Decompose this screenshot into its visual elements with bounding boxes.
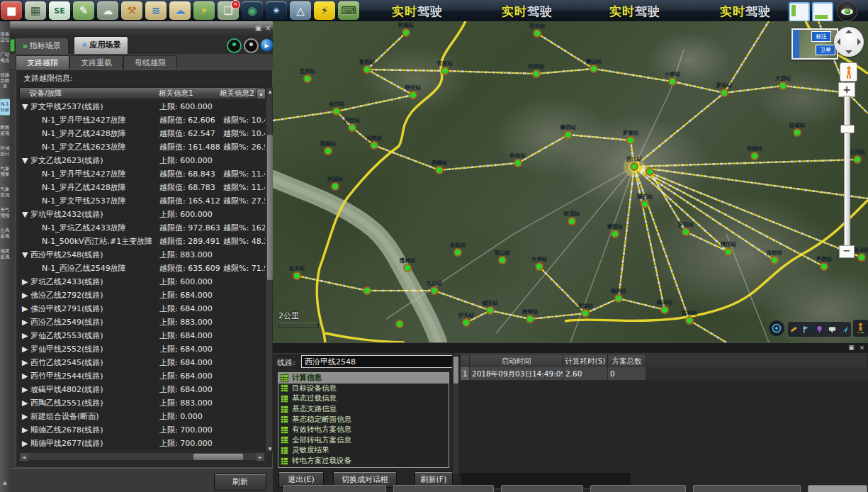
table-row[interactable]: N-1_500kV西江站.#1主变故障越限值: 289.491越限%: 48.2 — [19, 235, 265, 248]
subtab-branch-overload[interactable]: 支路重载 — [69, 55, 123, 70]
station-marker[interactable] — [858, 254, 865, 261]
station-marker[interactable] — [534, 30, 541, 37]
station-marker[interactable] — [725, 248, 732, 255]
station-marker[interactable] — [611, 230, 619, 237]
table-row[interactable]: ▼罗坑甲线2432(线路)上限: 600.000 — [19, 208, 265, 221]
record-gray-button[interactable] — [244, 38, 259, 53]
bottom-tab-5[interactable] — [693, 485, 801, 492]
station-marker[interactable] — [568, 218, 575, 225]
info-list-item[interactable]: 有效转电方案信息 — [278, 425, 449, 435]
bottom-tab-6[interactable] — [808, 485, 867, 492]
lightning-green-icon[interactable]: ⚡ — [193, 1, 215, 20]
sidebar-item-9[interactable]: 台风监视 — [0, 228, 10, 239]
station-marker[interactable] — [396, 320, 403, 328]
scroll-left-icon[interactable]: ◄ — [20, 453, 28, 461]
info-list-item[interactable]: 计算信息 — [278, 373, 449, 384]
map-person-legend-icon[interactable] — [853, 320, 868, 337]
station-marker[interactable] — [325, 147, 332, 155]
station-marker[interactable] — [463, 319, 470, 326]
zoom-out-button[interactable]: − — [839, 245, 855, 258]
station-marker[interactable] — [669, 78, 676, 85]
collapsed-icon[interactable]: ▶ — [22, 423, 28, 437]
bottom-tab-1[interactable] — [283, 485, 386, 492]
operator-icon[interactable]: ⌨ — [338, 1, 359, 20]
expanded-icon[interactable]: ▼ — [22, 154, 28, 167]
station-marker[interactable] — [661, 306, 668, 313]
sidebar-item-5[interactable]: 区域统计 — [0, 145, 10, 157]
pan-up-icon[interactable] — [845, 30, 852, 33]
map-view[interactable]: 和顺站里水站五村站夏西站官窑站松岗站狮山站小塘站罗村站大沥站黄岐站金沙站联安站丹… — [273, 21, 868, 342]
lightning-yellow-icon[interactable]: ⚡ — [314, 1, 335, 20]
horizontal-scrollbar[interactable]: ◄ ► — [19, 452, 265, 461]
station-marker[interactable] — [536, 263, 543, 270]
waves-icon[interactable]: ≋ — [145, 1, 167, 20]
station-marker[interactable] — [431, 287, 438, 294]
station-marker[interactable] — [404, 264, 411, 272]
pan-down-icon[interactable] — [845, 50, 852, 54]
station-marker[interactable] — [779, 82, 787, 89]
collapsed-icon[interactable]: ▶ — [22, 329, 28, 342]
bottom-tab-2[interactable] — [393, 485, 494, 492]
station-marker[interactable] — [363, 287, 371, 294]
expanded-icon[interactable]: ▼ — [22, 208, 28, 221]
station-marker[interactable] — [304, 75, 311, 82]
sidebar-item-3[interactable]: N-1分析 — [0, 99, 10, 116]
table-header-button[interactable]: ▪ — [257, 89, 266, 99]
info-list-item[interactable]: 基态稳定断面信息 — [278, 414, 449, 425]
collapsed-icon[interactable]: ▶ — [22, 369, 28, 383]
table-row[interactable]: ▶罗仙甲线2552(线路)上限: 684.000 — [19, 342, 265, 356]
collapsed-icon[interactable]: ▶ — [22, 302, 28, 315]
bottom-tab-3[interactable] — [501, 485, 583, 492]
table-row[interactable]: ▶西陶乙线2551(线路)上限: 883.000 — [19, 396, 265, 410]
table-row[interactable]: ▶罗坑乙线2433(线路)上限: 600.000 — [19, 275, 265, 289]
collapsed-icon[interactable]: ▶ — [22, 396, 28, 410]
station-marker[interactable] — [615, 295, 622, 302]
station-marker[interactable] — [682, 228, 689, 235]
table-row[interactable]: ▶新建组合设备(断面)上限: 0.000 — [19, 410, 265, 423]
station-marker[interactable] — [349, 124, 356, 131]
float-dock-icon[interactable]: ▣ — [847, 343, 856, 352]
table-row[interactable]: N-1_罗丹甲线2427故障越限值: 68.843越限%: 11.4 — [19, 167, 265, 181]
station-marker[interactable] — [454, 249, 461, 256]
collapsed-icon[interactable]: ▶ — [22, 410, 28, 423]
table-row[interactable]: ▶佛汾甲线2791(线路)上限: 684.000 — [19, 302, 265, 315]
table-row[interactable]: N-1_罗文乙线2623故障越限值: 161.488越限%: 26.9 — [19, 140, 265, 154]
flag-icon[interactable] — [802, 325, 811, 335]
table-row[interactable]: N-1_罗文甲线2537故障越限值: 165.412越限%: 27.5 — [19, 194, 265, 208]
se-icon[interactable]: SE — [49, 1, 70, 20]
sidebar-item-6[interactable]: 气象预警 — [0, 166, 10, 177]
collapsed-icon[interactable]: ▶ — [22, 289, 28, 302]
construction-tower-icon[interactable]: ⚒ — [121, 1, 142, 20]
menu-realtime-driving-1[interactable]: 实时驾驶 — [392, 4, 443, 19]
station-marker[interactable] — [363, 66, 371, 73]
layer-satellite-button[interactable]: 卫星 — [816, 45, 835, 55]
table-row[interactable]: N-1_罗坑乙线2433故障越限值: 972.863越限%: 162 — [19, 221, 265, 235]
collapsed-icon[interactable]: ▶ — [22, 437, 28, 450]
cell-plan-total[interactable]: 0 — [608, 367, 646, 381]
station-marker[interactable] — [333, 108, 340, 115]
close-dock-icon[interactable]: × — [857, 343, 867, 352]
collapsed-icon[interactable]: ▶ — [22, 383, 28, 396]
table-row[interactable]: ▼罗文甲线2537(线路)上限: 600.000 — [19, 100, 265, 113]
station-marker[interactable] — [631, 163, 638, 170]
station-marker[interactable] — [436, 167, 443, 174]
station-marker[interactable] — [487, 307, 494, 314]
zoom-slider-thumb[interactable] — [840, 125, 855, 133]
station-marker[interactable] — [565, 131, 572, 138]
table-row[interactable]: ▼西汾甲线2548(线路)上限: 883.000 — [19, 248, 265, 262]
sidebar-item-8[interactable]: 天气预报 — [0, 207, 10, 218]
subtab-bus-overlimit[interactable]: 母线越限 — [123, 55, 177, 70]
expanded-icon[interactable]: ▼ — [22, 100, 28, 113]
scrollbar-thumb[interactable] — [193, 454, 243, 460]
table-row[interactable]: ▶西汾乙线2549(线路)上限: 883.000 — [19, 315, 265, 329]
layers-close-icon[interactable]: ❏✕ — [218, 1, 239, 20]
table-row[interactable]: ▼罗文乙线2623(线路)上限: 600.000 — [19, 154, 265, 167]
pan-left-icon[interactable] — [837, 38, 840, 45]
sidebar-item-4[interactable]: 断面监视 — [0, 125, 10, 136]
scada-icon[interactable]: ▦ — [25, 1, 46, 20]
table-row[interactable]: N-1_罗丹乙线2428故障越限值: 68.783越限%: 11.4 — [19, 181, 265, 194]
table-row[interactable]: ▶罗仙乙线2553(线路)上限: 684.000 — [19, 329, 265, 342]
navigate-icon[interactable] — [840, 325, 850, 335]
info-list-item[interactable]: 全部转电方案信息 — [278, 435, 449, 446]
table-row[interactable]: N-1_罗丹甲线2427故障越限值: 62.606越限%: 10.4 — [19, 113, 265, 127]
